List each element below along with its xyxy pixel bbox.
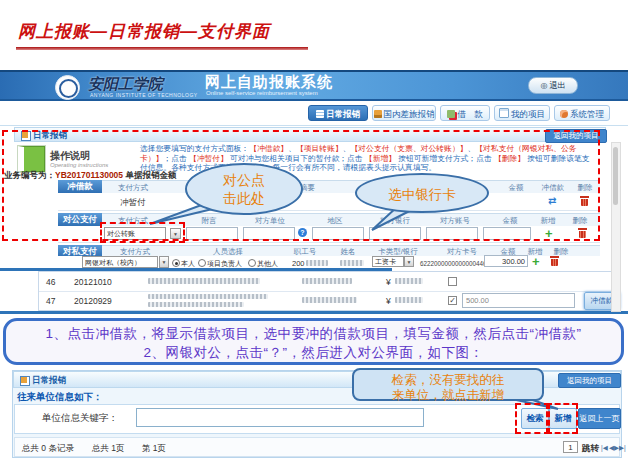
button-label: 返回我的项目 [554,131,599,140]
back-page-button[interactable]: 返回上一页 [578,408,621,429]
fragment-divider [0,311,628,314]
biz-suffix: 单据报销金额 [125,170,176,180]
col-header: 删除 [570,183,600,193]
region-input[interactable] [312,227,364,240]
add-row-icon[interactable]: + [532,254,540,269]
col-header: 对方单位 [250,216,290,226]
note-line-1: 1、点击冲借款，将显示借款项目，选中要冲的借款项目，填写金额，然后点击“冲借款” [6,325,621,343]
travel-expense-icon [374,110,382,118]
tab-label: 国内差旅报销 [384,109,435,119]
chevron-down-icon[interactable]: ▼ [404,256,414,267]
callout-text: 选中银行卡 [357,186,487,204]
memo-input[interactable] [186,227,238,240]
borrow-row-index: 47 [46,296,55,306]
tab-system-admin[interactable]: 系统管理 [554,105,610,121]
panel-grid-icon [20,376,30,386]
payment-method-select[interactable]: 对公转账 [104,227,166,240]
logout-button[interactable]: ◎ 退出 [528,77,578,94]
add-button[interactable]: 新增 [549,408,577,429]
offset-amount-input[interactable]: 500.00 [462,293,575,308]
tab-loan[interactable]: 借 款 [440,105,490,121]
keyword-input[interactable] [136,408,424,427]
callout-search-add: 检索，没有要找的往 来单位，就点击新增 [352,368,544,401]
amount-input[interactable] [483,227,531,240]
book-icon [18,146,45,172]
chevron-down-icon[interactable]: ▼ [170,228,181,239]
loan-icon [447,110,455,118]
tab-label: 系统管理 [570,109,604,119]
redacted-text [302,278,352,284]
total-records: 总共 0 条记录 [22,443,74,455]
redacted-name [340,260,364,266]
staff-id-value: 200 [292,259,305,268]
my-projects-icon [499,108,509,118]
total-pages: 总共 1页 [92,443,125,455]
currency-symbol: ¥ [386,296,391,306]
first-page-icon[interactable]: |◀ [601,444,608,452]
last-page-icon[interactable]: ▶| [619,444,626,452]
payee-unit-input[interactable] [243,227,295,240]
university-logo-ring [59,79,78,98]
radio-other[interactable] [248,259,256,267]
tab-label: 我的项目 [511,109,545,119]
borrow-row-date: 20120929 [74,296,112,306]
delete-icon[interactable] [550,256,559,266]
university-logo [55,75,80,100]
row-checkbox-checked[interactable]: ✓ [448,296,457,305]
callout-text: 击此处 [187,190,301,208]
back-to-projects-button-bottom[interactable]: 返回我的项目 [558,373,621,388]
divider [0,125,628,126]
radio-project-leader[interactable] [198,259,206,267]
currency-symbol: ¥ [386,277,391,287]
instructions-title-en: Operating instructions [50,162,108,168]
delete-icon[interactable] [580,196,589,206]
help-icon[interactable]: ? [298,228,307,237]
chevron-down-icon[interactable]: ▼ [159,256,169,268]
tab-label: 借 款 [457,109,483,119]
logout-label: 退出 [550,81,566,90]
redacted-text [148,294,268,299]
col-header: 新增 [534,216,562,226]
radio-self[interactable] [172,259,180,267]
tab-travel-expense[interactable]: 国内差旅报销 [372,105,436,121]
logout-icon: ◎ [540,81,547,90]
amount-input[interactable]: 300.00 [484,255,528,267]
col-header: 地区 [318,216,352,226]
scrollbar[interactable] [611,142,621,312]
col-header: 支付方式 [110,216,156,226]
offset-loan-icon[interactable]: ⇄ [548,195,556,206]
biz-label: 业务编号为： [4,170,55,180]
panel2-title: 日常报销 [32,375,66,387]
payment-method-select[interactable]: 网银对私（校内） [82,256,158,268]
payee-account-input[interactable] [426,227,478,240]
redacted-text [148,278,260,284]
row-checkbox[interactable] [448,277,457,286]
redacted-text [148,302,244,307]
redacted-staff-id [306,260,328,266]
card-type-select[interactable]: 工资卡 [372,256,404,267]
tab-daily-expense[interactable]: 日常报销 [308,105,368,121]
col-header: 金额 [495,216,525,226]
col-header: 冲借款 [535,183,571,193]
search-button[interactable]: 检索 [521,408,549,429]
current-page: 第 1页 [142,443,166,455]
section-title: 往来单位信息如下： [17,391,103,404]
school-name-en: ANYANG INSTITUTE OF TECHNOLOGY [90,92,198,98]
delete-icon[interactable] [578,228,587,238]
scrollbar-thumb[interactable] [613,147,618,205]
col-header: 对方银行 [375,216,415,226]
col-header: 删除 [566,216,594,226]
payee-bank-input[interactable] [369,227,421,240]
col-header: 附言 [192,216,226,226]
card-number-value: 622200000000000044664 [420,260,494,267]
page-jump-input[interactable]: 1 [563,441,578,453]
callout-text: 来单位，就点击新增 [354,387,542,404]
redacted-text [302,297,357,303]
panel-grid-icon [21,131,31,141]
tab-label: 日常报销 [326,109,360,119]
button-label: 返回我的项目 [567,376,612,385]
back-to-projects-button-top[interactable]: 返回我的项目 [545,129,607,143]
add-row-icon[interactable]: + [545,226,553,241]
tab-my-projects[interactable]: 我的项目 [494,105,550,121]
col-header: 对方账号 [435,216,475,226]
